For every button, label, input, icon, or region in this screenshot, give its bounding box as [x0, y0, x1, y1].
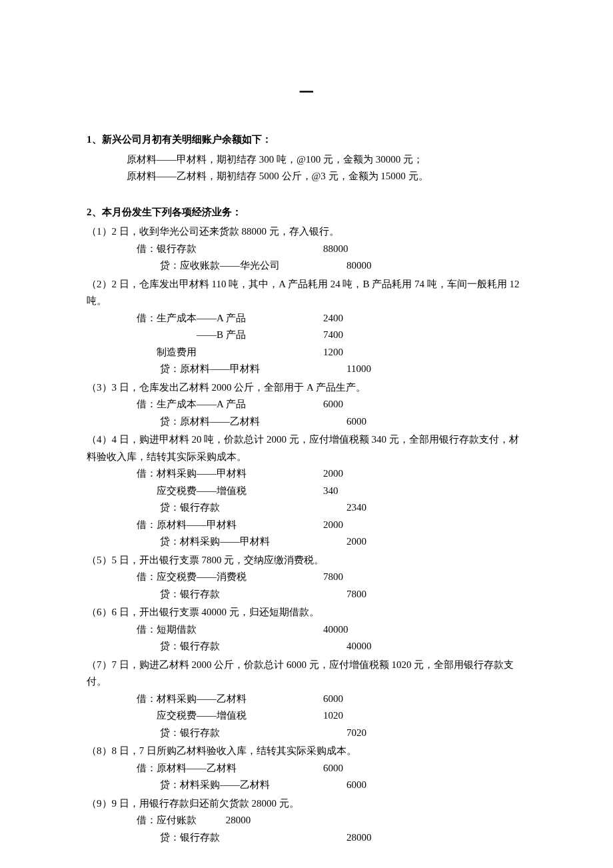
entry-amount: 2340 [346, 499, 366, 517]
entry-amount: 2000 [323, 517, 343, 534]
transaction-7-desc: （7）7 日，购进乙材料 2000 公斤，价款总计 6000 元，应付增值税额 … [87, 657, 526, 691]
entry-amount: 40000 [323, 621, 348, 639]
entry-line: ——B 产品 7400 [87, 327, 526, 344]
entry-line: 借：原材料——乙材料 6000 [87, 760, 526, 777]
section-1-line-1: 原材料——甲材料，期初结存 300 吨，@100 元，金额为 30000 元； [87, 151, 526, 169]
entry-amount: 28000 [346, 829, 372, 847]
transaction-6-desc: （6）6 日，开出银行支票 40000 元，归还短期借款。 [87, 604, 526, 621]
entry-amount: 80000 [346, 257, 372, 275]
entry-line: 贷：原材料——乙材料 6000 [87, 413, 526, 431]
entry-line: 应交税费——增值税 1020 [87, 707, 526, 725]
entry-line: 借：材料采购——甲材料 2000 [87, 465, 526, 483]
entry-label: 贷：材料采购——乙材料 [160, 777, 346, 794]
entry-label: 借：银行存款 [137, 241, 323, 258]
entry-amount: 6000 [323, 760, 343, 777]
entry-label: 贷：原材料——甲材料 [160, 361, 346, 378]
entry-label: 借：材料采购——甲材料 [137, 465, 323, 483]
entry-line: 贷：银行存款 2340 [87, 499, 526, 517]
section-1-line-2: 原材料——乙材料，期初结存 5000 公斤，@3 元，金额为 15000 元。 [87, 168, 526, 185]
entry-line: 借：应交税费——消费税 7800 [87, 569, 526, 586]
entry-label: 制造费用 [137, 344, 323, 361]
entry-amount: 2000 [346, 533, 366, 551]
entry-label: 借：原材料——甲材料 [137, 517, 323, 534]
transaction-5-desc: （5）5 日，开出银行支票 7800 元，交纳应缴消费税。 [87, 552, 526, 569]
transaction-1-desc: （1）2 日，收到华光公司还来货款 88000 元，存入银行。 [87, 223, 526, 241]
entry-label: 借：生产成本——A 产品 [137, 396, 323, 413]
entry-amount: 6000 [346, 777, 366, 794]
entry-amount: 2400 [323, 310, 343, 327]
entry-line: 制造费用 1200 [87, 344, 526, 361]
entry-label: 借：短期借款 [137, 621, 323, 639]
entry-amount: 6000 [323, 396, 343, 413]
entry-line: 贷：银行存款 40000 [87, 638, 526, 655]
entry-amount: 6000 [346, 413, 366, 431]
page-header-marker: 一 [87, 80, 526, 105]
entry-amount: 7800 [323, 569, 343, 586]
transaction-2-desc: （2）2 日，仓库发出甲材料 110 吨，其中，A 产品耗用 24 吨，B 产品… [87, 276, 526, 310]
entry-amount: 6000 [323, 691, 343, 708]
entry-amount: 7020 [346, 725, 366, 742]
entry-line: 贷：材料采购——甲材料 2000 [87, 533, 526, 551]
entry-amount: 2000 [323, 465, 343, 483]
entry-line: 借：原材料——甲材料 2000 [87, 517, 526, 534]
entry-label: 贷：银行存款 [160, 638, 346, 655]
entry-line: 贷：材料采购——乙材料 6000 [87, 777, 526, 794]
entry-label: 借：应付账款 [137, 812, 223, 829]
entry-line: 借：银行存款 88000 [87, 241, 526, 258]
entry-label: 应交税费——增值税 [137, 707, 323, 725]
entry-line: 借：短期借款 40000 [87, 621, 526, 639]
entry-label: 借：材料采购——乙材料 [137, 691, 323, 708]
entry-label: 贷：银行存款 [160, 829, 346, 847]
entry-amount: 40000 [346, 638, 372, 655]
entry-line: 应交税费——增值税 340 [87, 483, 526, 500]
entry-label: 贷：材料采购——甲材料 [160, 533, 346, 551]
transaction-3-desc: （3）3 日，仓库发出乙材料 2000 公斤，全部用于 A 产品生产。 [87, 379, 526, 397]
entry-label: 借：生产成本——A 产品 [137, 310, 323, 327]
entry-line: 借：生产成本——A 产品 6000 [87, 396, 526, 413]
section-2-title: 2、本月份发生下列各项经济业务： [87, 204, 526, 221]
entry-line: 借：生产成本——A 产品 2400 [87, 310, 526, 327]
entry-line: 贷：原材料——甲材料 11000 [87, 361, 526, 378]
transaction-8-desc: （8）8 日，7 日所购乙材料验收入库，结转其实际采购成本。 [87, 743, 526, 760]
entry-label: 贷：银行存款 [160, 586, 346, 603]
section-1-title: 1、新兴公司月初有关明细账户余额如下： [87, 131, 526, 149]
entry-line: 借：应付账款 28000 [87, 812, 526, 829]
entry-amount: 11000 [346, 361, 371, 378]
transaction-9-desc: （9）9 日，用银行存款归还前欠货款 28000 元。 [87, 795, 526, 813]
entry-label: ——B 产品 [137, 327, 323, 344]
entry-line: 贷：银行存款 28000 [87, 829, 526, 847]
entry-label: 借：应交税费——消费税 [137, 569, 323, 586]
entry-amount: 7400 [323, 327, 343, 344]
entry-line: 贷：银行存款 7800 [87, 586, 526, 603]
entry-label: 应交税费——增值税 [137, 483, 323, 500]
entry-amount: 1020 [323, 707, 343, 725]
entry-label: 贷：银行存款 [160, 725, 346, 742]
entry-amount: 1200 [323, 344, 343, 361]
entry-amount: 7800 [346, 586, 366, 603]
entry-label: 贷：银行存款 [160, 499, 346, 517]
entry-label: 借：原材料——乙材料 [137, 760, 323, 777]
entry-line: 贷：应收账款——华光公司 80000 [87, 257, 526, 275]
transaction-4-desc: （4）4 日，购进甲材料 20 吨，价款总计 2000 元，应付增值税额 340… [87, 431, 526, 465]
entry-label: 贷：应收账款——华光公司 [160, 257, 346, 275]
entry-label: 贷：原材料——乙材料 [160, 413, 346, 431]
entry-line: 贷：银行存款 7020 [87, 725, 526, 742]
entry-amount: 340 [323, 483, 338, 500]
entry-amount: 28000 [226, 815, 251, 825]
entry-line: 借：材料采购——乙材料 6000 [87, 691, 526, 708]
entry-amount: 88000 [323, 241, 348, 258]
